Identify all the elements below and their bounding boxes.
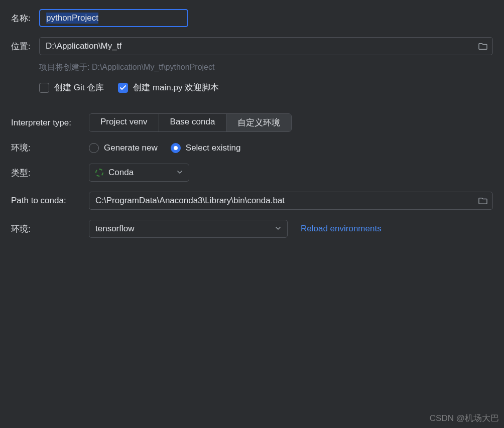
reload-environments-link[interactable]: Reload environments	[301, 224, 382, 234]
conda-path-label: Path to conda:	[11, 196, 89, 206]
env-select-label: 环境:	[11, 223, 89, 235]
interpreter-type-segmented: Project venv Base conda 自定义环境	[89, 113, 292, 132]
location-value: D:\Application\My_tf	[46, 41, 121, 51]
radio-select-existing[interactable]: Select existing	[171, 143, 241, 153]
git-checkbox[interactable]: 创建 Git 仓库	[39, 82, 104, 93]
watermark: CSDN @机场大巴	[430, 412, 499, 424]
radio-select-existing-label: Select existing	[186, 143, 241, 153]
conda-icon	[95, 169, 103, 177]
seg-custom-env[interactable]: 自定义环境	[226, 114, 291, 131]
seg-project-venv[interactable]: Project venv	[89, 114, 159, 131]
radio-unchecked-icon	[89, 143, 99, 153]
env-select-value: tensorflow	[95, 224, 134, 234]
radio-checked-icon	[171, 143, 181, 153]
env-mode-label: 环境:	[11, 142, 89, 154]
env-select[interactable]: tensorflow	[89, 220, 288, 238]
folder-icon[interactable]	[478, 42, 487, 50]
mainpy-checkbox[interactable]: 创建 main.py 欢迎脚本	[118, 82, 219, 93]
radio-generate-new[interactable]: Generate new	[89, 143, 158, 153]
name-input[interactable]: pythonProject	[39, 9, 188, 27]
conda-path-value: C:\ProgramData\Anaconda3\Library\bin\con…	[95, 196, 285, 206]
seg-base-conda[interactable]: Base conda	[159, 114, 227, 131]
chevron-down-icon	[177, 168, 183, 178]
checkbox-unchecked-icon	[39, 83, 49, 93]
folder-icon[interactable]	[478, 197, 487, 205]
type-select-value: Conda	[108, 168, 134, 178]
chevron-down-icon	[275, 224, 281, 234]
mainpy-checkbox-label: 创建 main.py 欢迎脚本	[133, 82, 219, 93]
type-label: 类型:	[11, 167, 89, 179]
type-select[interactable]: Conda	[89, 164, 189, 182]
radio-generate-new-label: Generate new	[104, 143, 158, 153]
name-label: 名称:	[11, 13, 39, 24]
interpreter-type-label: Interpreter type:	[11, 118, 89, 128]
git-checkbox-label: 创建 Git 仓库	[54, 82, 104, 93]
helper-text: 项目将创建于: D:\Application\My_tf\pythonProje…	[39, 62, 493, 73]
conda-path-input[interactable]: C:\ProgramData\Anaconda3\Library\bin\con…	[89, 192, 493, 210]
location-input[interactable]: D:\Application\My_tf	[39, 37, 493, 55]
checkbox-checked-icon	[118, 83, 128, 93]
name-value: pythonProject	[46, 13, 98, 24]
location-label: 位置:	[11, 41, 39, 52]
